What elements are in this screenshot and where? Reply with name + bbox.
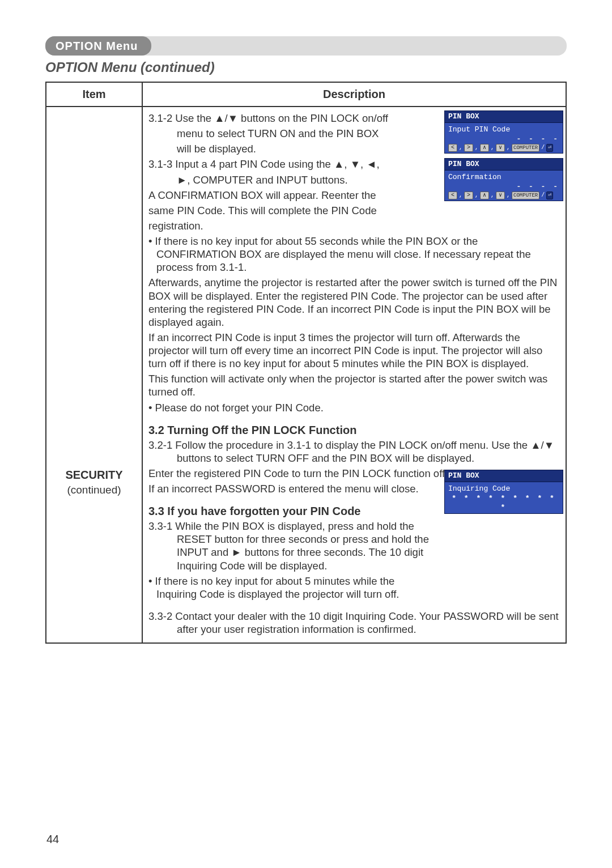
pin-box-inquiring-code: * * * * * * * * * * [448, 494, 559, 513]
button-down-icon: ∨ [496, 144, 505, 152]
pin-box-input: PIN BOX Input PIN Code - - - - <, >, ∧, … [444, 110, 563, 154]
button-enter-icon: ⏎ [546, 192, 553, 199]
text-bullet3: • If there is no key input for about 5 m… [148, 575, 435, 601]
pin-box-confirm-buttons: <, >, ∧, ∨, COMPUTER/ ⏎ [448, 192, 559, 199]
pin-box-confirm: PIN BOX Confirmation - - - - <, >, ∧, ∨,… [444, 158, 563, 201]
button-enter-icon: ⏎ [546, 144, 553, 152]
text-confirmA: A CONFIRMATION BOX will appear. Reenter … [148, 189, 435, 202]
text-after3: This function will activate only when th… [148, 372, 560, 398]
text-331: 3.3-1 While the PIN BOX is displayed, pr… [148, 520, 435, 572]
button-up-icon: ∧ [480, 144, 489, 152]
description-cell: PIN BOX Input PIN Code - - - - <, >, ∧, … [142, 107, 566, 643]
button-computer: COMPUTER [512, 192, 539, 199]
button-up-icon: ∧ [480, 192, 489, 199]
pin-box-header: PIN BOX [444, 110, 563, 123]
text-332: 3.3-2 Contact your dealer with the 10 di… [148, 610, 560, 636]
text-321: 3.2-1 Follow the procedure in 3.1-1 to d… [148, 439, 560, 465]
text-312c: will be displayed. [148, 142, 435, 155]
page-number: 44 [46, 832, 59, 846]
pin-box-confirm-header: PIN BOX [444, 158, 563, 171]
text-bullet2: • Please do not forget your PIN Code. [148, 401, 560, 414]
item-cell: SECURITY (continued) [46, 107, 142, 643]
item-sub: (continued) [52, 483, 136, 497]
section-heading: OPTION Menu (continued) [45, 59, 567, 76]
text-313a: 3.1-3 Input a 4 part PIN Code using the … [148, 158, 435, 171]
text-after2: If an incorrect PIN Code is input 3 time… [148, 331, 560, 370]
manual-table: Item Description SECURITY (continued) PI… [45, 82, 567, 644]
text-after1: Afterwards, anytime the projector is res… [148, 276, 560, 329]
button-down-icon: ∨ [496, 192, 505, 199]
subheader-32: 3.2 Turning Off the PIN LOCK Function [148, 423, 560, 437]
button-left-icon: < [448, 144, 457, 152]
text-312a: 3.1-2 Use the ▲/▼ buttons on the PIN LOC… [148, 112, 435, 125]
button-left-icon: < [448, 192, 457, 199]
pin-box-input-dashes: - - - - [448, 135, 559, 144]
pin-box-confirm-label: Confirmation [448, 173, 559, 182]
text-312b: menu to select TURN ON and the PIN BOX [148, 127, 435, 140]
text-confirmC: registration. [148, 219, 435, 232]
th-desc: Description [142, 82, 566, 107]
pin-box-input-buttons: <, >, ∧, ∨, COMPUTER/ ⏎ [448, 144, 559, 152]
button-right-icon: > [464, 144, 473, 152]
text-313b: ►, COMPUTER and INPUT buttons. [148, 173, 435, 186]
button-right-icon: > [464, 192, 473, 199]
text-bullet1: • If there is no key input for about 55 … [148, 235, 560, 274]
spacer [148, 603, 560, 607]
pin-box-confirm-dashes: - - - - [448, 182, 559, 192]
pin-box-inquiring: PIN BOX Inquiring Code * * * * * * * * *… [444, 470, 563, 514]
item-title: SECURITY [52, 468, 136, 482]
th-item: Item [46, 82, 142, 107]
button-computer: COMPUTER [512, 144, 539, 152]
text-confirmB: same PIN Code. This will complete the PI… [148, 204, 435, 217]
pin-box-inquiring-header: PIN BOX [444, 470, 563, 482]
pin-box-input-label: Input PIN Code [448, 125, 559, 134]
menu-tab: OPTION Menu [45, 36, 151, 56]
pin-box-inquiring-label: Inquiring Code [448, 484, 559, 493]
menu-tab-label: OPTION Menu [56, 39, 138, 53]
menu-tab-row: OPTION Menu [45, 36, 567, 56]
